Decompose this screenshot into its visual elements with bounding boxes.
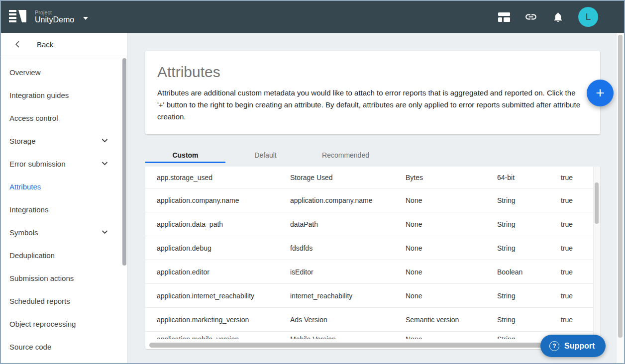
sidebar-item-submission-actions[interactable]: Submission actions <box>1 267 127 289</box>
table-row[interactable]: application.editorisEditorNoneBooleantru… <box>145 260 600 284</box>
sidebar-item-label: Object reprocessing <box>9 320 76 328</box>
cell-format: None <box>406 196 497 204</box>
cell-type: String <box>497 244 561 252</box>
sidebar-item-object-reprocessing[interactable]: Object reprocessing <box>1 312 127 335</box>
tab-recommended[interactable]: Recommended <box>306 147 386 163</box>
backtrace-logo-icon[interactable] <box>9 9 27 24</box>
back-button[interactable]: Back <box>1 33 127 56</box>
sidebar-item-label: Submission actions <box>9 274 74 282</box>
project-selector[interactable]: Project UnityDemo <box>35 9 88 24</box>
sidebar-scrollbar[interactable] <box>122 58 126 266</box>
user-avatar[interactable]: L <box>578 7 598 27</box>
sidebar-item-label: Access control <box>9 114 58 122</box>
attribute-tabs: CustomDefaultRecommended <box>145 147 386 163</box>
sidebar-item-label: Attributes <box>9 182 41 191</box>
cell-format: None <box>406 292 497 300</box>
cell-attribute-name: application.company.name <box>145 196 290 204</box>
question-circle-icon: ? <box>549 341 559 351</box>
table-row[interactable]: application.debugfdsdfdsNoneStringtrue <box>145 236 600 260</box>
settings-sidebar: Back OverviewIntegration guidesAccess co… <box>1 33 128 363</box>
cell-display-name: fdsdfds <box>290 244 406 252</box>
chevron-left-icon <box>12 41 22 48</box>
chevron-down-icon <box>83 17 88 20</box>
cell-attribute-name: application.mobile_version <box>145 332 290 339</box>
top-bar: Project UnityDemo L <box>1 1 624 33</box>
sidebar-item-integrations[interactable]: Integrations <box>1 198 127 221</box>
cell-display-name: Ads Version <box>290 316 406 324</box>
table-row[interactable]: application.internet_reachabilityinterne… <box>145 284 600 308</box>
sidebar-item-label: Integration guides <box>9 91 69 99</box>
cell-format: Semantic version <box>406 316 497 324</box>
avatar-initial: L <box>586 11 591 22</box>
cell-format: None <box>406 268 497 276</box>
cell-type: String <box>497 292 561 300</box>
back-label: Back <box>37 40 53 49</box>
cell-attribute-name: application.internet_reachability <box>145 292 290 300</box>
page-description: Attributes are additional custom metadat… <box>157 87 584 123</box>
sidebar-item-label: Integrations <box>9 205 48 214</box>
sidebar-menu: OverviewIntegration guidesAccess control… <box>1 56 127 358</box>
cell-format: Bytes <box>406 174 497 182</box>
sidebar-item-deduplication[interactable]: Deduplication <box>1 244 127 267</box>
page-scrollbar-track <box>616 33 624 363</box>
cell-attribute-name: app.storage_used <box>145 174 290 182</box>
sidebar-item-storage[interactable]: Storage <box>1 129 127 152</box>
cell-type: String <box>497 220 561 228</box>
chevron-down-icon <box>102 230 108 234</box>
cell-display-name: Storage Used <box>290 174 406 182</box>
table-row-partial[interactable]: application.mobile_versionMobile Version… <box>145 332 600 339</box>
sidebar-item-symbols[interactable]: Symbols <box>1 221 127 244</box>
bell-icon[interactable] <box>551 10 564 23</box>
sidebar-item-label: Error submission <box>9 160 66 168</box>
tab-label: Custom <box>172 151 198 159</box>
project-label: Project <box>35 9 74 15</box>
table-rows: app.storage_usedStorage UsedBytes64-bitt… <box>145 167 600 339</box>
sidebar-item-scheduled-reports[interactable]: Scheduled reports <box>1 289 127 312</box>
support-button[interactable]: ? Support <box>540 335 606 357</box>
support-label: Support <box>564 342 595 351</box>
cell-attribute-name: application.marketing_version <box>145 316 290 324</box>
tab-custom[interactable]: Custom <box>145 147 225 163</box>
sidebar-item-overview[interactable]: Overview <box>1 61 127 84</box>
cell-display-name: Mobile Version <box>290 332 406 339</box>
table-row[interactable]: application.company.nameapplication.comp… <box>145 188 600 212</box>
app-window: Project UnityDemo L <box>0 0 625 364</box>
cell-display-name: dataPath <box>290 220 406 228</box>
cell-type: String <box>497 316 561 324</box>
sidebar-item-source-code[interactable]: Source code <box>1 335 127 358</box>
sidebar-item-attributes[interactable]: Attributes <box>1 175 127 198</box>
cell-attribute-name: application.data_path <box>145 220 290 228</box>
sidebar-item-error-submission[interactable]: Error submission <box>1 152 127 175</box>
add-attribute-button[interactable]: + <box>587 80 614 106</box>
sidebar-item-label: Source code <box>9 343 51 351</box>
cell-display-name: application.company.name <box>290 196 406 204</box>
tab-default[interactable]: Default <box>225 147 306 163</box>
cell-type: String <box>497 196 561 204</box>
page-scrollbar[interactable] <box>618 35 623 338</box>
project-name: UnityDemo <box>35 15 74 24</box>
sidebar-item-label: Overview <box>9 68 41 77</box>
cell-attribute-name: application.editor <box>145 268 290 276</box>
sidebar-item-label: Scheduled reports <box>9 297 70 305</box>
table-scrollbar[interactable] <box>595 182 599 224</box>
cell-type: Boolean <box>497 268 561 276</box>
attributes-header-card: Attributes Attributes are additional cus… <box>145 51 600 134</box>
table-row[interactable]: application.data_pathdataPathNoneStringt… <box>145 212 600 236</box>
chevron-down-icon <box>102 162 108 166</box>
tab-label: Recommended <box>322 151 369 159</box>
sidebar-item-integration-guides[interactable]: Integration guides <box>1 84 127 106</box>
dashboard-icon[interactable] <box>498 10 511 23</box>
cell-attribute-name: application.debug <box>145 244 290 252</box>
sidebar-item-access-control[interactable]: Access control <box>1 106 127 129</box>
table-row[interactable]: app.storage_usedStorage UsedBytes64-bitt… <box>145 167 600 188</box>
link-icon[interactable] <box>524 10 537 23</box>
plus-icon: + <box>596 85 605 101</box>
cell-type: 64-bit <box>497 174 561 182</box>
cell-display-name: internet_reachability <box>290 292 406 300</box>
sidebar-item-label: Symbols <box>9 228 38 237</box>
chevron-down-icon <box>102 139 108 143</box>
page-title: Attributes <box>157 61 588 84</box>
tab-label: Default <box>254 151 276 159</box>
table-row[interactable]: application.marketing_versionAds Version… <box>145 308 600 332</box>
table-hscrollbar[interactable] <box>149 343 585 348</box>
